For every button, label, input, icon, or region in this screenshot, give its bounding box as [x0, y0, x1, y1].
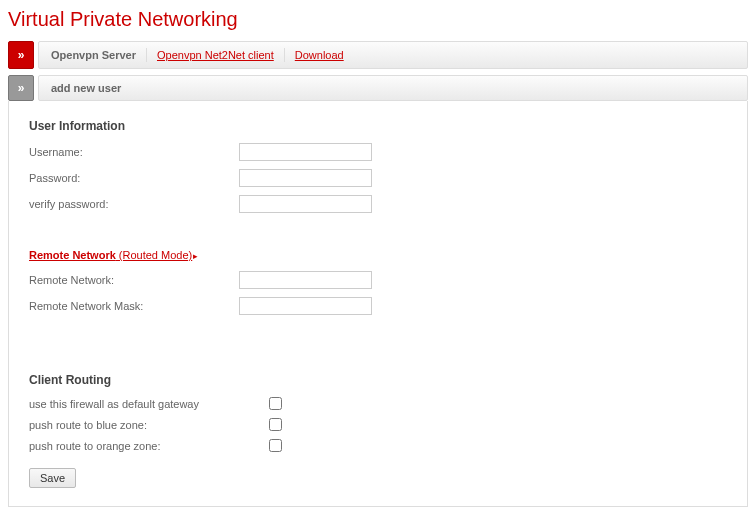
- checkbox-default-gateway[interactable]: [269, 397, 282, 410]
- subtab-add-new-user[interactable]: add new user: [51, 82, 121, 94]
- section-user-information: User Information: [29, 119, 727, 133]
- sub-tab-toggle-button[interactable]: »: [8, 75, 34, 101]
- tab-openvpn-net2net-client[interactable]: Openvpn Net2Net client: [157, 49, 274, 61]
- row-verify-password: verify password:: [29, 195, 727, 213]
- input-verify-password[interactable]: [239, 195, 372, 213]
- top-tab-strip: Openvpn Server Openvpn Net2Net client Do…: [38, 41, 748, 69]
- row-push-blue: push route to blue zone:: [29, 418, 727, 431]
- tab-download[interactable]: Download: [295, 49, 344, 61]
- label-password: Password:: [29, 172, 239, 184]
- input-remote-network[interactable]: [239, 271, 372, 289]
- row-username: Username:: [29, 143, 727, 161]
- section-remote-network-heading[interactable]: Remote Network (Routed Mode)▸: [29, 249, 727, 261]
- link-remote-network[interactable]: Remote Network: [29, 249, 116, 261]
- row-default-gateway: use this firewall as default gateway: [29, 397, 727, 410]
- arrow-right-icon: ▸: [193, 251, 198, 261]
- label-remote-network: Remote Network:: [29, 274, 239, 286]
- label-username: Username:: [29, 146, 239, 158]
- input-remote-network-mask[interactable]: [239, 297, 372, 315]
- tab-openvpn-server[interactable]: Openvpn Server: [51, 49, 136, 61]
- chevron-right-icon: »: [18, 81, 25, 95]
- tab-separator: [146, 48, 147, 62]
- input-password[interactable]: [239, 169, 372, 187]
- top-tab-bar: » Openvpn Server Openvpn Net2Net client …: [8, 41, 748, 69]
- row-remote-network: Remote Network:: [29, 271, 727, 289]
- link-remote-network-mode[interactable]: (Routed Mode): [116, 249, 192, 261]
- checkbox-push-orange[interactable]: [269, 439, 282, 452]
- input-username[interactable]: [239, 143, 372, 161]
- row-remote-network-mask: Remote Network Mask:: [29, 297, 727, 315]
- form-panel: User Information Username: Password: ver…: [8, 101, 748, 507]
- label-remote-network-mask: Remote Network Mask:: [29, 300, 239, 312]
- sub-tab-bar: » add new user: [8, 75, 748, 101]
- label-default-gateway: use this firewall as default gateway: [29, 398, 269, 410]
- sub-tab-strip: add new user: [38, 75, 748, 101]
- save-button[interactable]: Save: [29, 468, 76, 488]
- label-push-orange: push route to orange zone:: [29, 440, 269, 452]
- row-password: Password:: [29, 169, 727, 187]
- label-verify-password: verify password:: [29, 198, 239, 210]
- checkbox-push-blue[interactable]: [269, 418, 282, 431]
- page-title: Virtual Private Networking: [8, 8, 748, 31]
- row-push-orange: push route to orange zone:: [29, 439, 727, 452]
- tab-separator: [284, 48, 285, 62]
- label-push-blue: push route to blue zone:: [29, 419, 269, 431]
- top-tab-toggle-button[interactable]: »: [8, 41, 34, 69]
- chevron-right-icon: »: [18, 48, 25, 62]
- section-client-routing: Client Routing: [29, 373, 727, 387]
